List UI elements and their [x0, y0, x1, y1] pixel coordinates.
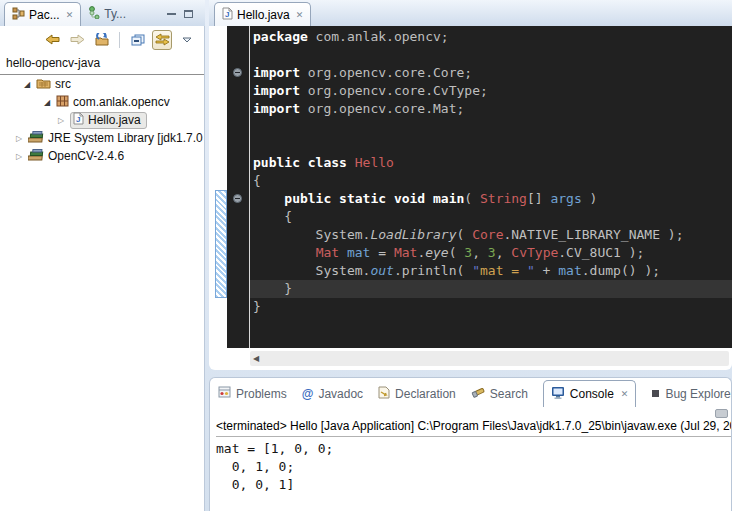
tree-item-opencv-library[interactable]: ▷ OpenCV-2.4.6 — [0, 147, 204, 165]
fold-gutter — [227, 26, 249, 348]
tab-console[interactable]: Console ✕ — [543, 380, 637, 407]
scroll-left-icon[interactable]: ◀ — [250, 354, 259, 363]
console-output: mat = [1, 0, 0; 0, 1, 0; 0, 0, 1] — [216, 440, 731, 494]
editor-tab-hello-java[interactable]: J Hello.java ✕ — [214, 2, 311, 26]
maximize-icon[interactable] — [184, 10, 193, 18]
type-hierarchy-icon — [88, 6, 100, 22]
editor-tab-label: Hello.java — [237, 8, 290, 22]
tab-problems[interactable]: Problems — [218, 380, 287, 407]
expanded-arrow-icon[interactable]: ◢ — [42, 98, 52, 107]
tree-item-label: OpenCV-2.4.6 — [48, 149, 124, 163]
tree-item-package[interactable]: ◢ com.anlak.opencv — [0, 93, 204, 111]
console-toolbar-icon[interactable] — [715, 409, 728, 418]
close-icon[interactable]: ✕ — [64, 10, 74, 20]
package-explorer-icon — [12, 7, 25, 23]
library-icon — [28, 149, 44, 164]
minimize-icon[interactable] — [167, 13, 176, 16]
code-line: package com.anlak.opencv; — [253, 28, 732, 46]
package-explorer-toolbar — [0, 26, 204, 53]
close-icon[interactable]: ✕ — [619, 389, 629, 399]
package-icon — [56, 95, 69, 110]
forward-button[interactable] — [67, 30, 87, 50]
code-line: Mat mat = Mat.eye( 3, 3, CvType.CV_8UC1 … — [253, 244, 732, 262]
tab-bug-explorer[interactable]: Bug Explorer — [651, 380, 731, 407]
link-with-editor-button[interactable] — [152, 30, 172, 50]
code-line: import org.opencv.core.Core; — [253, 64, 732, 82]
console-icon — [551, 386, 565, 402]
code-line: { — [253, 172, 732, 190]
code-line: System.out.println( "mat = " + mat.dump(… — [253, 262, 732, 280]
tree-item-project[interactable]: hello-opencv-java — [0, 53, 204, 75]
tree-item-label: Hello.java — [88, 113, 141, 127]
bug-icon — [651, 387, 660, 401]
code-line: { — [253, 208, 732, 226]
code-line: import org.opencv.core.CvType; — [253, 82, 732, 100]
tab-label: Console — [570, 387, 614, 401]
package-explorer-panel: hello-opencv-java ◢ src ◢ com.anlak.open… — [0, 26, 205, 511]
tree-item-label: JRE System Library [jdk1.7.0 — [48, 131, 203, 145]
tab-package-explorer[interactable]: Pac... ✕ — [4, 2, 81, 26]
svg-text:J: J — [225, 10, 229, 19]
bottom-view-panel: Problems @ Javadoc Declaration Search — [209, 377, 732, 511]
code-line: import org.opencv.core.Mat; — [253, 100, 732, 118]
view-menu-button[interactable] — [177, 30, 197, 50]
toolbar-separator — [119, 32, 120, 48]
code-line — [253, 46, 732, 64]
fold-minus-icon[interactable] — [233, 68, 242, 77]
tab-label: Bug Explorer — [665, 387, 731, 401]
javadoc-icon: @ — [302, 388, 314, 400]
left-panel-tabbar: Pac... ✕ Ty... — [0, 0, 205, 26]
console-output-line: mat = [1, 0, 0; — [216, 440, 731, 458]
fold-minus-icon[interactable] — [233, 194, 242, 203]
library-icon — [28, 131, 44, 146]
project-tree: hello-opencv-java ◢ src ◢ com.anlak.open… — [0, 53, 204, 165]
range-indicator — [215, 190, 227, 298]
collapsed-arrow-icon[interactable]: ▷ — [14, 134, 24, 143]
bottom-tabbar: Problems @ Javadoc Declaration Search — [210, 378, 731, 407]
up-icon — [94, 33, 110, 47]
back-button[interactable] — [42, 30, 62, 50]
tree-item-jre-library[interactable]: ▷ JRE System Library [jdk1.7.0 — [0, 129, 204, 147]
expanded-arrow-icon[interactable]: ◢ — [22, 80, 32, 89]
code-line: public static void main( String[] args ) — [253, 190, 732, 208]
console-view: <terminated> Hello [Java Application] C:… — [210, 407, 731, 494]
collapse-all-icon — [130, 33, 145, 47]
tab-javadoc[interactable]: @ Javadoc — [302, 380, 363, 407]
link-with-editor-icon — [155, 33, 170, 46]
view-menu-icon — [182, 37, 192, 43]
console-process-label: <terminated> Hello [Java Application] C:… — [216, 419, 731, 437]
tab-type-hierarchy[interactable]: Ty... — [81, 2, 133, 26]
console-output-line: 0, 1, 0; — [216, 458, 731, 476]
tab-label: Declaration — [395, 387, 456, 401]
folder-icon — [36, 77, 51, 92]
code-line: } — [253, 298, 732, 316]
tree-item-src[interactable]: ◢ src — [0, 75, 204, 93]
up-button[interactable] — [92, 30, 112, 50]
selected-item-box: J Hello.java — [70, 112, 147, 129]
code-editor[interactable]: package com.anlak.opencv; import org.ope… — [209, 26, 732, 348]
editor-tabbar: J Hello.java ✕ — [209, 0, 732, 26]
close-icon[interactable]: ✕ — [294, 10, 304, 20]
tab-label: Search — [490, 387, 528, 401]
tab-label: Pac... — [29, 8, 60, 22]
code-line — [253, 136, 732, 154]
console-output-line: 0, 0, 1] — [216, 476, 731, 494]
problems-icon — [218, 386, 231, 401]
code-line: } — [250, 280, 732, 298]
code-text[interactable]: package com.anlak.opencv; import org.ope… — [250, 26, 732, 348]
horizontal-scrollbar[interactable]: ◀ — [250, 351, 729, 366]
tab-declaration[interactable]: Declaration — [378, 380, 456, 407]
collapsed-arrow-icon[interactable]: ▷ — [56, 116, 66, 125]
tab-search[interactable]: Search — [471, 380, 528, 407]
tree-item-hello-java[interactable]: ▷ J Hello.java — [0, 111, 204, 129]
code-line — [253, 118, 732, 136]
collapse-all-button[interactable] — [127, 30, 147, 50]
tab-label: Ty... — [104, 7, 126, 21]
tree-item-label: com.anlak.opencv — [73, 95, 170, 109]
tree-item-label: src — [55, 77, 71, 91]
eclipse-workbench: Pac... ✕ Ty... — [0, 0, 732, 511]
code-line: System.LoadLibrary( Core.NATIVE_LIBRARY_… — [253, 226, 732, 244]
java-file-icon: J — [73, 112, 84, 128]
svg-text:J: J — [76, 115, 80, 124]
collapsed-arrow-icon[interactable]: ▷ — [14, 152, 24, 161]
